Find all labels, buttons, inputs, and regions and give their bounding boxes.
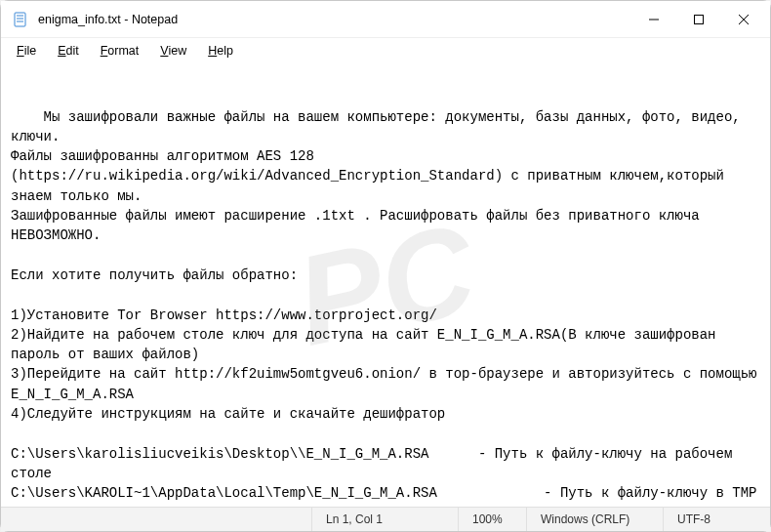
editor-text: Мы зашифровали важные файлы на вашем ком… xyxy=(11,109,765,507)
minimize-button[interactable] xyxy=(631,1,676,37)
statusbar: Ln 1, Col 1 100% Windows (CRLF) UTF-8 xyxy=(1,507,770,531)
window-title: enigma_info.txt - Notepad xyxy=(38,13,631,26)
titlebar[interactable]: enigma_info.txt - Notepad xyxy=(1,1,770,38)
notepad-window: enigma_info.txt - Notepad File Edit Form… xyxy=(0,0,771,532)
menu-edit[interactable]: Edit xyxy=(48,42,89,60)
svg-rect-0 xyxy=(15,13,25,26)
status-encoding: UTF-8 xyxy=(663,508,770,531)
close-button[interactable] xyxy=(721,1,766,37)
menu-help[interactable]: Help xyxy=(198,42,243,60)
status-position: Ln 1, Col 1 xyxy=(311,508,458,531)
menu-format[interactable]: Format xyxy=(91,42,149,60)
status-zoom[interactable]: 100% xyxy=(458,508,526,531)
notepad-icon xyxy=(13,12,28,27)
svg-rect-5 xyxy=(695,15,704,23)
menu-file[interactable]: File xyxy=(7,42,46,60)
menu-view[interactable]: View xyxy=(150,42,196,60)
menubar: File Edit Format View Help xyxy=(1,38,770,63)
editor-content[interactable]: PC Мы зашифровали важные файлы на вашем … xyxy=(1,63,770,507)
status-lineending: Windows (CRLF) xyxy=(526,508,663,531)
window-controls xyxy=(631,1,766,37)
maximize-button[interactable] xyxy=(676,1,721,37)
